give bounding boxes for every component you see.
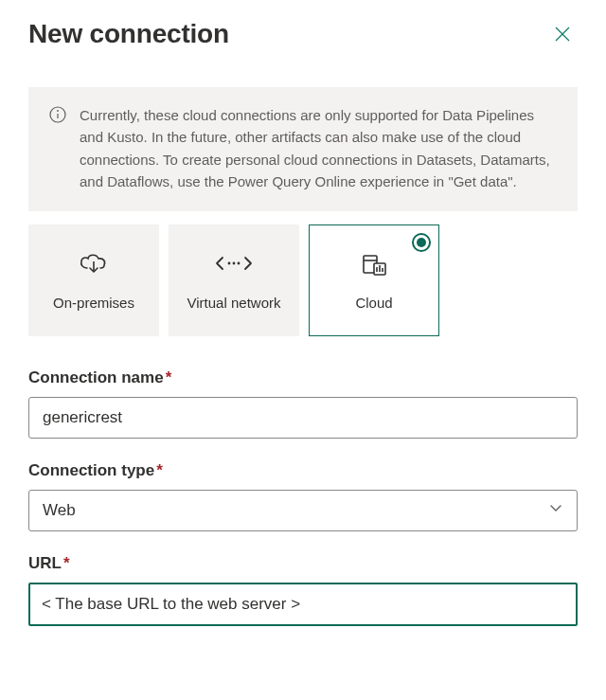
- info-icon: [49, 110, 66, 126]
- required-indicator: *: [63, 554, 70, 572]
- option-on-premises[interactable]: On-premises: [28, 224, 159, 336]
- url-input[interactable]: [28, 583, 578, 626]
- chevron-down-icon: [548, 500, 563, 521]
- connection-name-input[interactable]: [28, 397, 578, 439]
- required-indicator: *: [156, 461, 163, 479]
- cloud-download-icon: [78, 251, 110, 278]
- connection-type-select[interactable]: Web: [28, 490, 578, 531]
- info-message: Currently, these cloud connections are o…: [80, 104, 557, 192]
- required-indicator: *: [166, 368, 172, 386]
- svg-point-7: [233, 262, 236, 265]
- url-label: URL*: [28, 554, 578, 573]
- close-button[interactable]: [547, 19, 578, 49]
- svg-point-4: [57, 110, 59, 112]
- svg-point-8: [238, 262, 241, 265]
- connection-type-label: Connection type*: [28, 461, 578, 480]
- network-icon: [215, 254, 253, 276]
- option-virtual-network[interactable]: Virtual network: [169, 224, 299, 336]
- connection-name-label: Connection name*: [28, 368, 578, 387]
- svg-point-6: [228, 262, 231, 265]
- selected-radio-icon: [412, 233, 431, 252]
- option-cloud[interactable]: Cloud: [309, 224, 439, 336]
- page-title: New connection: [28, 19, 229, 49]
- option-label: Virtual network: [187, 295, 281, 313]
- option-label: On-premises: [53, 295, 134, 313]
- data-cloud-icon: [358, 250, 390, 279]
- connection-type-value: Web: [43, 500, 548, 521]
- info-banner: Currently, these cloud connections are o…: [28, 87, 578, 211]
- connection-mode-options: On-premises Virtual network: [28, 224, 578, 336]
- close-icon: [553, 25, 572, 44]
- option-label: Cloud: [355, 295, 392, 313]
